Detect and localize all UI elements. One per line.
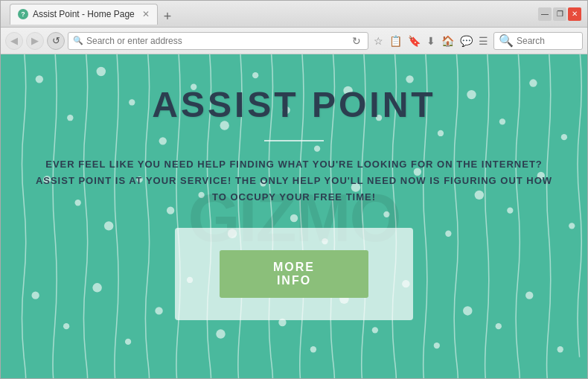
new-tab-button[interactable]: + xyxy=(161,9,175,25)
more-info-button[interactable]: MORE INFO xyxy=(220,250,368,298)
svg-point-9 xyxy=(314,146,320,152)
svg-point-51 xyxy=(496,323,502,329)
home-icon[interactable]: 🏠 xyxy=(439,35,456,47)
svg-point-38 xyxy=(92,283,101,292)
titlebar: Assist Point - Home Page ✕ + — ❐ ✕ xyxy=(1,1,587,28)
reload-button[interactable]: ↺ xyxy=(47,32,65,50)
navbar: ◀ ▶ ↺ 🔍 ↻ ☆ 📋 🔖 ⬇ 🏠 💬 ☰ 🔍 xyxy=(1,28,587,54)
svg-point-7 xyxy=(252,72,258,78)
svg-point-52 xyxy=(525,292,533,299)
address-bar[interactable]: 🔍 ↻ xyxy=(68,32,368,50)
back-button[interactable]: ◀ xyxy=(5,32,23,50)
page-body: GIZMO ASSIST POINT EVER FEEL LIKE YOU NE… xyxy=(1,54,587,378)
svg-point-45 xyxy=(310,346,316,352)
svg-point-39 xyxy=(125,339,131,345)
svg-point-47 xyxy=(372,327,378,333)
svg-point-13 xyxy=(438,130,444,136)
search-input[interactable] xyxy=(517,36,576,46)
tab-area: Assist Point - Home Page ✕ + xyxy=(10,4,174,25)
reading-list-icon[interactable]: 📋 xyxy=(387,35,404,47)
svg-point-53 xyxy=(557,346,563,352)
address-input[interactable] xyxy=(86,36,347,46)
svg-point-4 xyxy=(159,137,167,144)
toolbar-icons: ☆ 📋 🔖 ⬇ 🏠 💬 ☰ xyxy=(371,35,490,47)
svg-point-33 xyxy=(507,207,513,213)
content-area[interactable]: GIZMO ASSIST POINT EVER FEEL LIKE YOU NE… xyxy=(1,54,587,378)
info-card: MORE INFO xyxy=(175,228,413,320)
svg-point-3 xyxy=(129,99,135,105)
svg-point-50 xyxy=(463,306,472,315)
menu-icon[interactable]: ☰ xyxy=(476,35,490,47)
svg-point-14 xyxy=(467,90,476,99)
star-icon[interactable]: ☆ xyxy=(371,35,386,47)
browser-window: Assist Point - Home Page ✕ + — ❐ ✕ ◀ ▶ ↺… xyxy=(0,0,588,379)
svg-point-20 xyxy=(104,221,113,230)
page-main-title: ASSIST POINT xyxy=(152,84,435,125)
page-tagline: EVER FEEL LIKE YOU NEED HELP FINDING WHA… xyxy=(36,156,552,206)
svg-point-1 xyxy=(67,115,73,121)
svg-point-40 xyxy=(155,307,162,314)
svg-point-12 xyxy=(406,75,413,83)
search-icon: 🔍 xyxy=(499,34,514,48)
chat-icon[interactable]: 💬 xyxy=(458,35,475,47)
tab-favicon xyxy=(18,9,28,19)
minimize-button[interactable]: — xyxy=(538,7,552,21)
browser-tab[interactable]: Assist Point - Home Page ✕ xyxy=(10,4,158,25)
svg-point-17 xyxy=(561,134,567,140)
svg-point-37 xyxy=(63,323,69,329)
pocket-icon[interactable]: 🔖 xyxy=(406,35,423,47)
forward-button[interactable]: ▶ xyxy=(26,32,44,50)
tab-title: Assist Point - Home Page xyxy=(33,9,135,19)
window-controls: — ❐ ✕ xyxy=(538,7,581,21)
address-icon: 🔍 xyxy=(73,36,83,45)
svg-point-35 xyxy=(569,223,575,229)
download-icon[interactable]: ⬇ xyxy=(424,35,438,47)
svg-point-22 xyxy=(167,206,174,214)
svg-point-31 xyxy=(445,231,451,237)
svg-point-49 xyxy=(434,343,440,348)
tab-close-icon[interactable]: ✕ xyxy=(142,9,150,19)
svg-point-29 xyxy=(383,211,389,217)
svg-point-0 xyxy=(36,75,43,83)
svg-point-2 xyxy=(97,67,106,76)
title-divider xyxy=(264,140,324,141)
titlebar-left: Assist Point - Home Page ✕ + xyxy=(7,4,538,25)
svg-point-16 xyxy=(529,79,537,86)
svg-point-36 xyxy=(31,292,39,299)
svg-point-42 xyxy=(216,329,225,338)
search-bar[interactable]: 🔍 xyxy=(493,32,583,50)
restore-button[interactable]: ❐ xyxy=(553,7,566,21)
close-button[interactable]: ✕ xyxy=(568,7,581,21)
svg-point-15 xyxy=(499,118,505,124)
svg-point-26 xyxy=(290,214,298,222)
reload-icon[interactable]: ↻ xyxy=(350,35,363,47)
